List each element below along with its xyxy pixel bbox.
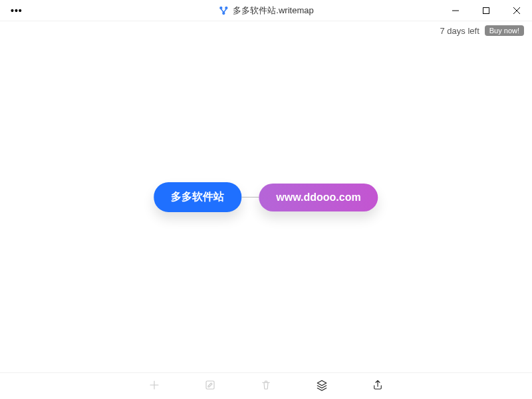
share-icon	[372, 379, 384, 394]
app-icon	[218, 5, 229, 16]
edit-button[interactable]	[202, 378, 218, 394]
svg-rect-4	[206, 381, 214, 389]
edit-icon	[204, 379, 216, 394]
share-button[interactable]	[370, 378, 386, 394]
mindmap-child-node[interactable]: www.ddooo.com	[259, 184, 378, 211]
bottom-toolbar	[0, 372, 532, 399]
layers-icon	[316, 379, 328, 394]
more-menu-button[interactable]: •••	[8, 3, 25, 19]
layers-button[interactable]	[314, 378, 330, 394]
mindmap-canvas[interactable]: 多多软件站 www.ddooo.com	[0, 36, 532, 372]
trial-bar: 7 days left Buy now!	[0, 21, 532, 36]
document-title: 多多软件站.writemap	[233, 5, 313, 17]
mindmap-root-node[interactable]: 多多软件站	[154, 182, 241, 212]
buy-now-button[interactable]: Buy now!	[485, 25, 524, 36]
titlebar: ••• 多多软件站.writemap	[0, 0, 532, 21]
trash-icon	[260, 379, 272, 394]
svg-rect-3	[483, 7, 489, 13]
add-button[interactable]	[146, 378, 162, 394]
titlebar-center: 多多软件站.writemap	[218, 5, 313, 17]
window-minimize-button[interactable]	[440, 0, 471, 21]
trial-days-left: 7 days left	[440, 26, 479, 36]
window-maximize-button[interactable]	[471, 0, 501, 21]
plus-icon	[148, 379, 160, 394]
window-close-button[interactable]	[501, 0, 532, 21]
delete-button[interactable]	[258, 378, 274, 394]
titlebar-left: •••	[8, 3, 25, 19]
mindmap-edge	[241, 197, 259, 198]
window-controls	[440, 0, 532, 21]
mindmap: 多多软件站 www.ddooo.com	[154, 182, 378, 212]
